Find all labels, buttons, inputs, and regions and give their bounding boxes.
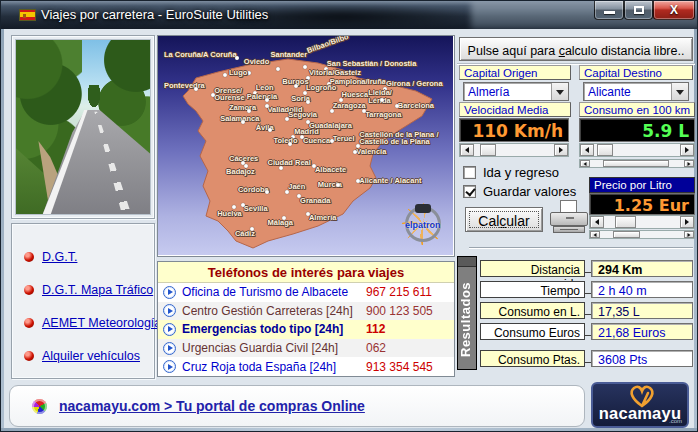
map-city-label[interactable]: Zamora (229, 104, 256, 112)
nacamayu-link[interactable]: nacamayu.com > Tu portal de compras Onli… (59, 398, 365, 414)
arrow-left-icon[interactable] (460, 144, 474, 156)
map-city-label[interactable]: Castellón de la Plana /Castelló de la Pl… (359, 131, 438, 147)
map-city-label[interactable]: Oviedo (244, 58, 269, 66)
map-city-dot[interactable] (194, 87, 198, 91)
external-link[interactable]: D.G.T. Mapa Tráfico (42, 283, 153, 297)
arrow-left-icon[interactable] (580, 160, 590, 167)
map-city-label[interactable]: León (256, 84, 274, 92)
chevron-down-icon[interactable] (551, 83, 568, 100)
minimize-button[interactable] (594, 1, 624, 20)
spain-flag-app-icon[interactable] (19, 9, 36, 21)
scrollbar-thumb[interactable] (603, 160, 669, 167)
arrow-right-icon[interactable] (680, 144, 694, 156)
map-city-dot[interactable] (265, 98, 269, 102)
map-city-label[interactable]: Girona / Gerona (386, 80, 443, 88)
map-city-label[interactable]: Logroño (306, 84, 336, 92)
phone-row[interactable]: Cruz Roja toda España [24h]913 354 545 (158, 357, 454, 376)
phone-row[interactable]: Centro Gestión Carreteras [24h]900 123 5… (158, 302, 454, 321)
map-city-label[interactable]: Lleida/Lérida (368, 89, 392, 105)
map-city-dot[interactable] (303, 65, 307, 69)
titlebar[interactable]: Viajes por carretera - EuroSuite Utiliti… (1, 1, 698, 29)
arrow-left-icon[interactable] (590, 216, 604, 228)
map-city-dot[interactable] (306, 212, 310, 216)
scrollbar-thumb[interactable] (613, 231, 640, 238)
speed-scrollbar[interactable] (459, 143, 569, 157)
phone-row[interactable]: Emergencias todo tipo [24h]112 (158, 320, 454, 339)
map-city-dot[interactable] (312, 164, 316, 168)
calculate-button[interactable]: Calcular (465, 207, 543, 232)
close-button[interactable]: X (653, 1, 695, 20)
map-city-label[interactable]: Jaén (288, 183, 305, 191)
map-city-label[interactable]: Orense/Ourense (214, 87, 244, 103)
map-city-dot[interactable] (288, 142, 292, 146)
external-link[interactable]: AEMET Meteorología (42, 316, 161, 330)
map-city-label[interactable]: Huelva (217, 210, 242, 218)
spain-map[interactable]: La Coruña/A CoruñaOviedoSantanderBilbao/… (157, 35, 455, 257)
map-city-label[interactable]: Segovia (288, 111, 317, 119)
scrollbar-thumb[interactable] (480, 144, 496, 156)
map-city-dot[interactable] (330, 109, 334, 113)
map-city-label[interactable]: Huesca (342, 91, 369, 99)
sidebar-link-row[interactable]: Alquiler vehículos (24, 339, 154, 372)
sidebar-link-row[interactable]: D.G.T. Mapa Tráfico (24, 273, 154, 306)
external-link[interactable]: Alquiler vehículos (42, 349, 140, 363)
map-city-label[interactable]: Málaga (268, 219, 293, 227)
map-city-label[interactable]: Pontevedra (164, 82, 205, 90)
map-city-label[interactable]: Ciudad Real (268, 159, 311, 167)
arrow-left-icon[interactable] (590, 231, 600, 238)
map-city-dot[interactable] (265, 104, 269, 108)
save-values-checkbox[interactable]: Guardar valores (463, 184, 576, 199)
map-city-dot[interactable] (268, 128, 272, 132)
arrow-right-icon[interactable] (684, 231, 694, 238)
map-city-label[interactable]: San Sebastián / Donostia (327, 60, 417, 68)
map-city-label[interactable]: Cuenca (303, 137, 330, 145)
map-city-label[interactable]: La Coruña/A Coruña (164, 51, 237, 59)
price-scrollbar[interactable] (589, 215, 695, 229)
map-city-label[interactable]: Granada (300, 197, 330, 205)
arrow-right-icon[interactable] (680, 216, 694, 228)
map-city-label[interactable]: Vitoria/Gasteiz (309, 69, 361, 77)
map-city-dot[interactable] (265, 190, 269, 194)
map-city-label[interactable]: Valencia (356, 148, 386, 156)
map-city-dot[interactable] (380, 98, 384, 102)
chevron-down-icon[interactable] (671, 83, 688, 100)
map-city-label[interactable]: Santander (270, 51, 307, 59)
nacamayu-logo[interactable]: nacamayu .com (591, 382, 689, 428)
map-city-dot[interactable] (306, 100, 310, 104)
print-button[interactable] (550, 200, 588, 237)
maximize-button[interactable] (624, 1, 653, 20)
phone-row[interactable]: Urgencias Guardia Civil [24h]062 (158, 339, 454, 358)
map-city-label[interactable]: Zaragoza (333, 102, 366, 110)
map-city-label[interactable]: Sevilla (244, 205, 268, 213)
arrow-left-icon[interactable] (580, 144, 594, 156)
map-city-label[interactable]: Madrid (294, 128, 319, 136)
map-city-dot[interactable] (395, 104, 399, 108)
consumption-scrollbar[interactable] (579, 143, 695, 157)
map-city-label[interactable]: Barcelona (398, 102, 434, 110)
map-city-dot[interactable] (306, 120, 310, 124)
sidebar-link-row[interactable]: AEMET Meteorología (24, 306, 154, 339)
map-city-label[interactable]: Pamplona/Iruña (330, 78, 386, 86)
map-city-dot[interactable] (244, 164, 248, 168)
map-city-label[interactable]: Alicante / Alacant (359, 177, 421, 185)
round-trip-checkbox[interactable]: Ida y regreso (463, 165, 559, 180)
scrollbar-thumb[interactable] (597, 144, 613, 156)
map-city-label[interactable]: Palencia (247, 93, 277, 101)
map-city-dot[interactable] (235, 56, 239, 60)
map-city-label[interactable]: Teruel (333, 135, 355, 143)
map-city-label[interactable]: Toledo (273, 137, 297, 145)
map-city-dot[interactable] (247, 71, 251, 75)
destination-select[interactable]: Alicante (583, 82, 689, 101)
map-city-label[interactable]: Tarragona (365, 111, 401, 119)
map-city-label[interactable]: Badajoz (226, 168, 255, 176)
price-fine-scrollbar[interactable] (589, 230, 695, 239)
checkbox[interactable] (463, 166, 476, 179)
sidebar-link-row[interactable]: D.G.T. (24, 240, 154, 273)
map-city-dot[interactable] (241, 120, 245, 124)
play-circle-icon[interactable] (163, 286, 176, 299)
phone-row[interactable]: Oficina de Turismo de Albacete967 215 61… (158, 283, 454, 302)
map-city-dot[interactable] (247, 109, 251, 113)
external-link[interactable]: D.G.T. (42, 250, 77, 264)
free-distance-calc-button[interactable]: Pulse aquí para calculo distancia libre.… (459, 37, 693, 61)
map-city-label[interactable]: Salamanca (220, 115, 259, 123)
